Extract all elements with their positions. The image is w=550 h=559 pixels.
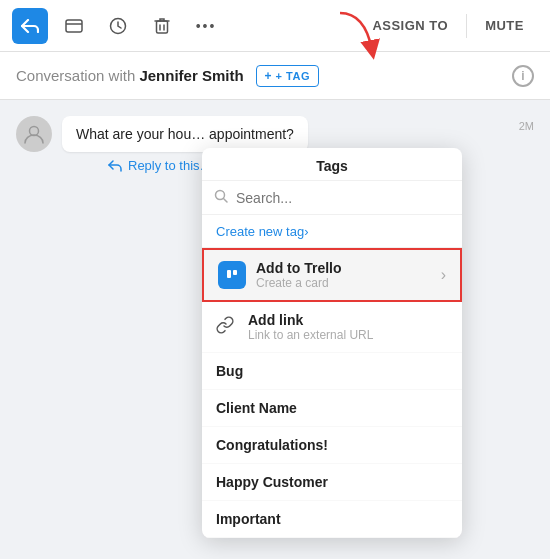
assign-to-button[interactable]: ASSIGN TO [358, 12, 462, 39]
toolbar: ••• ASSIGN TO MUTE [0, 0, 550, 52]
trello-desc: Create a card [256, 276, 342, 290]
tag-item-bug[interactable]: Bug [202, 353, 462, 390]
bug-name: Bug [216, 363, 243, 379]
trello-meta: Add to Trello Create a card [256, 260, 342, 290]
search-icon [214, 189, 228, 206]
tags-list: Add to Trello Create a card › Add link L… [202, 248, 462, 538]
link-desc: Link to an external URL [248, 328, 373, 342]
minimize-button[interactable] [56, 8, 92, 44]
search-input[interactable] [236, 190, 450, 206]
tag-item-important[interactable]: Important [202, 501, 462, 538]
svg-rect-3 [157, 21, 168, 33]
trash-button[interactable] [144, 8, 180, 44]
message-bubble: What are your hou… appointment? [62, 116, 308, 152]
toolbar-divider [466, 14, 467, 38]
back-button[interactable] [12, 8, 48, 44]
more-button[interactable]: ••• [188, 8, 224, 44]
svg-rect-10 [227, 270, 231, 278]
happy-customer-name: Happy Customer [216, 474, 328, 490]
link-meta: Add link Link to an external URL [248, 312, 373, 342]
tags-search-container [202, 181, 462, 215]
tags-dropdown: Tags Create new tag› [202, 148, 462, 538]
toolbar-right: ASSIGN TO MUTE [358, 12, 538, 39]
link-icon [216, 316, 238, 338]
client-name-label: Client Name [216, 400, 297, 416]
svg-line-8 [224, 199, 228, 203]
svg-rect-0 [66, 20, 82, 32]
avatar [16, 116, 52, 152]
tag-item-trello[interactable]: Add to Trello Create a card › [202, 248, 462, 302]
toolbar-left: ••• [12, 8, 358, 44]
congratulations-name: Congratulations! [216, 437, 328, 453]
plus-icon: + [265, 69, 272, 83]
mute-button[interactable]: MUTE [471, 12, 538, 39]
trello-name: Add to Trello [256, 260, 342, 276]
trello-icon [218, 261, 246, 289]
create-tag-label: Create new tag› [216, 224, 309, 239]
tag-label: + TAG [276, 70, 310, 82]
tag-item-happy-customer[interactable]: Happy Customer [202, 464, 462, 501]
tag-button[interactable]: + + TAG [256, 65, 319, 87]
svg-rect-11 [233, 270, 237, 275]
conversation-header: Conversation with Jennifer Smith + + TAG… [0, 52, 550, 100]
conv-prefix: Conversation with [16, 67, 139, 84]
tag-item-client-name[interactable]: Client Name [202, 390, 462, 427]
tags-dropdown-title: Tags [202, 148, 462, 181]
reply-label: Reply to this… [128, 158, 213, 173]
message-time: 2M [519, 116, 534, 132]
chat-area: What are your hou… appointment? 2M Reply… [0, 100, 550, 559]
conversation-title: Conversation with Jennifer Smith [16, 67, 244, 84]
message-text: What are your hou… appointment? [76, 126, 294, 142]
link-name: Add link [248, 312, 373, 328]
tag-item-congratulations[interactable]: Congratulations! [202, 427, 462, 464]
tag-item-link[interactable]: Add link Link to an external URL [202, 302, 462, 353]
trello-chevron: › [441, 266, 446, 284]
important-name: Important [216, 511, 281, 527]
conv-name: Jennifer Smith [139, 67, 243, 84]
svg-point-6 [30, 127, 39, 136]
clock-button[interactable] [100, 8, 136, 44]
info-button[interactable]: i [512, 65, 534, 87]
create-tag-link[interactable]: Create new tag› [202, 215, 462, 248]
